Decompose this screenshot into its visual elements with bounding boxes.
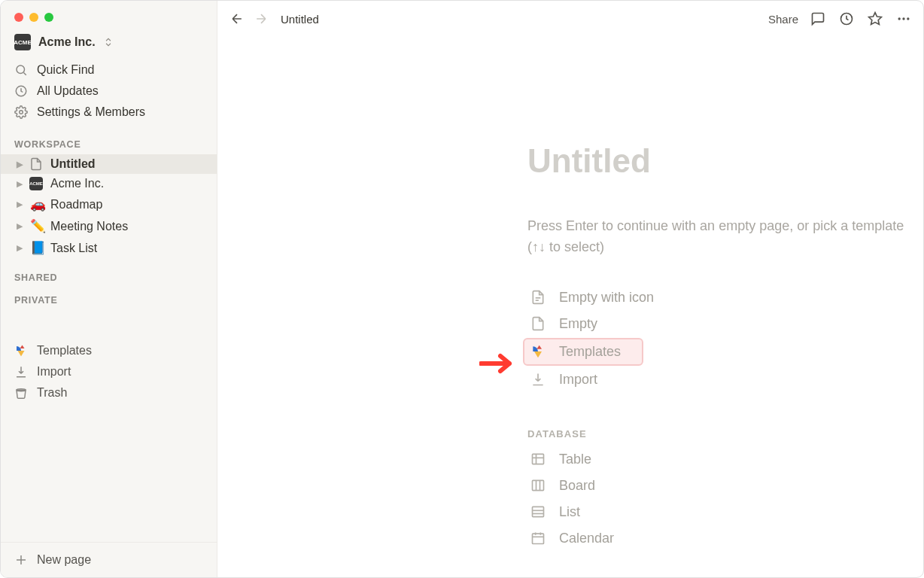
svg-point-11 bbox=[907, 17, 909, 20]
sidebar-page-roadmap[interactable]: ▶ 🚗 Roadmap bbox=[1, 193, 217, 215]
workspace-switcher[interactable]: ACME Acme Inc. bbox=[1, 29, 217, 55]
option-empty[interactable]: Empty bbox=[527, 312, 923, 336]
option-label: Empty bbox=[559, 316, 597, 332]
svg-rect-14 bbox=[533, 455, 544, 464]
sidebar-trash[interactable]: Trash bbox=[1, 382, 217, 403]
option-label: Templates bbox=[559, 344, 621, 360]
sidebar-page-task-list[interactable]: ▶ 📘 Task List bbox=[1, 237, 217, 259]
gear-icon bbox=[14, 105, 28, 119]
maximize-window-button[interactable] bbox=[44, 13, 53, 22]
favorite-icon[interactable] bbox=[866, 10, 884, 28]
page-icon bbox=[529, 316, 547, 331]
close-window-button[interactable] bbox=[14, 13, 23, 22]
sidebar-item-label: All Updates bbox=[37, 84, 99, 98]
plus-icon bbox=[14, 553, 28, 567]
window-controls bbox=[1, 5, 217, 29]
page-label: Meeting Notes bbox=[50, 220, 128, 233]
updates-icon[interactable] bbox=[837, 10, 856, 28]
table-icon bbox=[529, 452, 547, 467]
share-button[interactable]: Share bbox=[768, 13, 798, 26]
clock-icon bbox=[14, 84, 28, 98]
caret-right-icon[interactable]: ▶ bbox=[14, 243, 25, 253]
svg-line-1 bbox=[23, 72, 26, 75]
minimize-window-button[interactable] bbox=[29, 13, 38, 22]
page-label: Roadmap bbox=[50, 198, 102, 211]
option-label: Empty with icon bbox=[559, 290, 654, 306]
svg-point-9 bbox=[898, 17, 901, 20]
page-emoji-icon: 📘 bbox=[29, 240, 46, 256]
nav-forward-button[interactable] bbox=[252, 10, 270, 28]
page-emoji-icon: ✏️ bbox=[29, 218, 46, 234]
download-icon bbox=[529, 372, 547, 387]
sidebar-section-private[interactable]: PRIVATE bbox=[1, 287, 217, 310]
page-icon bbox=[29, 157, 46, 171]
svg-marker-8 bbox=[869, 13, 882, 25]
sidebar-item-label: Settings & Members bbox=[37, 105, 145, 119]
sidebar-settings[interactable]: Settings & Members bbox=[1, 102, 217, 123]
new-page-button[interactable]: New page bbox=[1, 543, 217, 577]
trash-icon bbox=[14, 386, 28, 400]
svg-rect-20 bbox=[533, 507, 544, 517]
page-with-icon-icon bbox=[529, 290, 547, 305]
comments-icon[interactable] bbox=[809, 10, 827, 28]
caret-right-icon[interactable]: ▶ bbox=[14, 179, 25, 189]
calendar-icon bbox=[529, 531, 547, 546]
sidebar-item-label: Templates bbox=[37, 344, 92, 357]
list-icon bbox=[529, 504, 547, 519]
svg-point-10 bbox=[902, 17, 904, 20]
more-icon[interactable] bbox=[895, 10, 913, 28]
page-prompt: Press Enter to continue with an empty pa… bbox=[527, 216, 923, 258]
sidebar-item-label: Trash bbox=[37, 386, 67, 400]
sidebar-page-untitled[interactable]: ▶ Untitled bbox=[1, 154, 217, 174]
database-section-header: DATABASE bbox=[527, 428, 923, 440]
option-calendar[interactable]: Calendar bbox=[527, 526, 923, 551]
app-window: ACME Acme Inc. Quick Find All Updates bbox=[0, 0, 924, 578]
nav-back-button[interactable] bbox=[228, 10, 246, 28]
option-empty-with-icon[interactable]: Empty with icon bbox=[527, 285, 923, 310]
chevron-up-down-icon bbox=[103, 37, 114, 47]
workspace-name: Acme Inc. bbox=[38, 35, 96, 49]
option-label: Import bbox=[559, 372, 597, 388]
svg-rect-23 bbox=[533, 534, 544, 543]
sidebar-item-label: Import bbox=[37, 365, 71, 379]
sidebar-page-meeting-notes[interactable]: ▶ ✏️ Meeting Notes bbox=[1, 215, 217, 237]
caret-right-icon[interactable]: ▶ bbox=[14, 199, 25, 209]
svg-point-3 bbox=[20, 111, 23, 114]
sidebar-templates[interactable]: Templates bbox=[1, 340, 217, 361]
option-import[interactable]: Import bbox=[527, 367, 923, 392]
option-templates[interactable]: Templates bbox=[523, 338, 643, 366]
workspace-badge-icon: ACME bbox=[29, 177, 46, 190]
download-icon bbox=[14, 365, 28, 379]
topbar: Untitled Share bbox=[217, 1, 923, 37]
sidebar: ACME Acme Inc. Quick Find All Updates bbox=[1, 1, 217, 577]
templates-icon bbox=[529, 344, 547, 359]
option-label: Calendar bbox=[559, 531, 614, 546]
sidebar-section-workspace: WORKSPACE bbox=[1, 126, 217, 154]
sidebar-pages: ▶ Untitled ▶ ACME Acme Inc. ▶ 🚗 Roadmap … bbox=[1, 154, 217, 259]
breadcrumb[interactable]: Untitled bbox=[281, 13, 319, 26]
sidebar-section-shared[interactable]: SHARED bbox=[1, 259, 217, 287]
caret-right-icon[interactable]: ▶ bbox=[14, 160, 25, 169]
sidebar-page-acme[interactable]: ▶ ACME Acme Inc. bbox=[1, 174, 217, 193]
page-title[interactable]: Untitled bbox=[527, 142, 923, 180]
option-label: Table bbox=[559, 452, 591, 467]
sidebar-quick-find[interactable]: Quick Find bbox=[1, 59, 217, 81]
option-label: Board bbox=[559, 478, 595, 494]
database-options: Table Board List bbox=[527, 447, 923, 551]
page-label: Untitled bbox=[50, 157, 96, 171]
option-board[interactable]: Board bbox=[527, 473, 923, 498]
option-label: List bbox=[559, 504, 580, 520]
workspace-badge-icon: ACME bbox=[14, 34, 31, 50]
svg-rect-17 bbox=[533, 481, 544, 491]
svg-point-0 bbox=[17, 65, 25, 74]
sidebar-all-updates[interactable]: All Updates bbox=[1, 81, 217, 102]
option-list[interactable]: List bbox=[527, 500, 923, 525]
sidebar-import[interactable]: Import bbox=[1, 361, 217, 382]
templates-icon bbox=[14, 344, 28, 357]
caret-right-icon[interactable]: ▶ bbox=[14, 221, 25, 231]
search-icon bbox=[14, 63, 28, 77]
page-emoji-icon: 🚗 bbox=[29, 196, 46, 212]
page-label: Task List bbox=[50, 242, 97, 255]
page-content: Untitled Press Enter to continue with an… bbox=[217, 37, 923, 551]
option-table[interactable]: Table bbox=[527, 447, 923, 472]
